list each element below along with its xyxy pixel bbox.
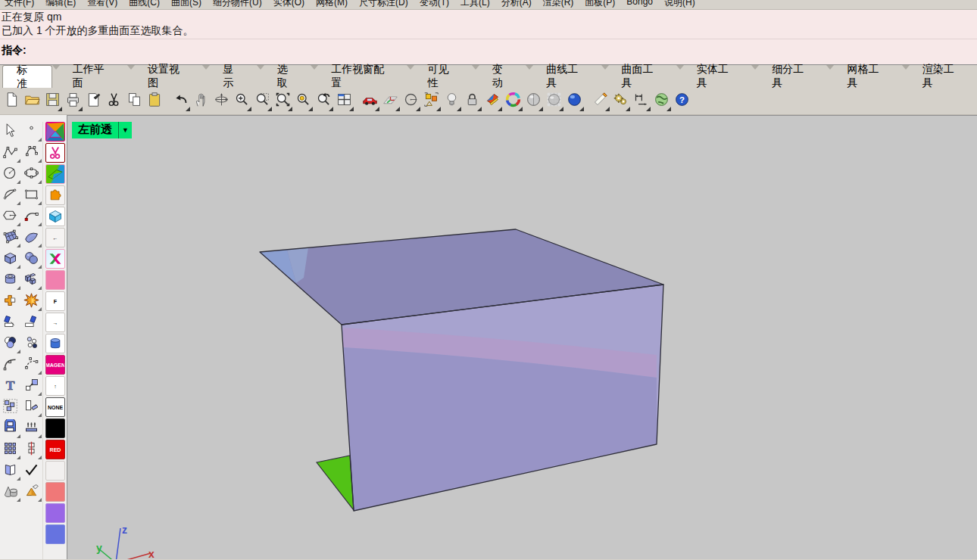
polygon-button[interactable] xyxy=(0,207,20,227)
menu-item[interactable]: 分析(A) xyxy=(501,0,532,9)
print-button[interactable] xyxy=(63,91,83,112)
control-point-curve-button[interactable] xyxy=(21,143,42,163)
array-solid-button[interactable] xyxy=(21,270,42,291)
spotlight-button[interactable] xyxy=(590,91,610,112)
help-button[interactable]: ? xyxy=(672,91,691,112)
new-file-button[interactable] xyxy=(2,91,21,112)
tab-可见性[interactable]: 可见性 xyxy=(414,65,471,88)
tab-变动[interactable]: 变动 xyxy=(479,65,526,88)
shaded-sphere-button[interactable] xyxy=(523,91,543,112)
array-button[interactable] xyxy=(21,397,42,418)
menu-item[interactable]: 网格(M) xyxy=(316,0,348,9)
layer-button[interactable] xyxy=(482,91,502,112)
cut-button[interactable] xyxy=(104,91,123,112)
explode-button[interactable] xyxy=(21,291,42,312)
tab-曲面工具[interactable]: 曲面工具 xyxy=(609,65,676,88)
split-pages-button[interactable] xyxy=(0,461,20,481)
zoom-dynamic-button[interactable] xyxy=(232,91,251,112)
point-button[interactable] xyxy=(21,122,42,142)
viewport-title-dropdown[interactable]: ▼ xyxy=(119,122,132,138)
grid-array-button[interactable] xyxy=(0,440,20,460)
menu-item[interactable]: 变动(T) xyxy=(420,0,449,9)
viewport-perspective[interactable]: 左前透 ▼ z y x xyxy=(67,115,977,559)
paste-button[interactable] xyxy=(145,91,164,112)
magenta-button[interactable]: MAGEN xyxy=(45,355,65,375)
arc-button[interactable] xyxy=(0,185,20,206)
save-button[interactable] xyxy=(42,91,62,112)
open-folder-button[interactable] xyxy=(22,91,42,112)
ghosted-sphere-button[interactable] xyxy=(544,91,563,112)
menu-item[interactable]: 实体(O) xyxy=(273,0,304,9)
solids-gray-button[interactable] xyxy=(0,482,20,502)
tab-曲线工具[interactable]: 曲线工具 xyxy=(533,65,601,88)
tab-工作视窗配置[interactable]: 工作视窗配置 xyxy=(318,65,407,88)
tab-standard[interactable]: 标准 xyxy=(2,65,52,88)
menu-item[interactable]: 说明(H) xyxy=(664,0,695,9)
group-button[interactable] xyxy=(0,397,20,418)
dimension-button[interactable] xyxy=(631,91,651,112)
rectangle-button[interactable] xyxy=(21,185,42,206)
menu-item[interactable]: 面板(P) xyxy=(585,0,615,9)
puzzle-union-button[interactable] xyxy=(0,291,20,312)
polyline-button[interactable] xyxy=(0,143,20,163)
surface-patch-button[interactable] xyxy=(21,228,42,248)
blue-purple-button[interactable] xyxy=(45,524,65,544)
tab-设置视图[interactable]: 设置视图 xyxy=(135,65,202,88)
scale-button[interactable] xyxy=(21,376,42,397)
rendered-sphere-button[interactable] xyxy=(564,91,584,112)
spheres-button[interactable] xyxy=(21,249,42,269)
paint-pyramid-button[interactable] xyxy=(21,482,42,502)
menu-item[interactable]: 工具(L) xyxy=(460,0,490,9)
text-button[interactable]: T xyxy=(0,376,20,397)
options-gears-button[interactable] xyxy=(610,91,630,112)
pan-button[interactable] xyxy=(191,91,211,112)
tab-实体工具[interactable]: 实体工具 xyxy=(684,65,751,88)
circle-center-button[interactable] xyxy=(401,91,420,112)
purple-button[interactable] xyxy=(45,503,65,523)
arrow-up-button[interactable]: ↑ xyxy=(45,376,65,396)
viewport-title[interactable]: 左前透 xyxy=(72,122,119,138)
zoom-extents-button[interactable] xyxy=(273,91,292,112)
fillet-curve-button[interactable] xyxy=(0,355,20,375)
cplane-button[interactable] xyxy=(380,91,400,112)
model-bottom-face[interactable] xyxy=(317,456,354,510)
tab-显示[interactable]: 显示 xyxy=(210,65,256,88)
tab-渲染工具[interactable]: 渲染工具 xyxy=(910,65,977,88)
pink-button[interactable] xyxy=(45,270,65,290)
viewport-layout-button[interactable] xyxy=(334,91,354,112)
tab-细分工具[interactable]: 细分工具 xyxy=(759,65,826,88)
color-adjust-button[interactable] xyxy=(0,334,20,354)
menu-item[interactable]: 编辑(E) xyxy=(45,0,76,9)
earth-button[interactable] xyxy=(651,91,671,112)
menu-item[interactable]: 渲染(R) xyxy=(543,0,574,9)
model-front-lower[interactable] xyxy=(343,347,657,510)
lock-button[interactable] xyxy=(462,91,482,112)
tab-网格工具[interactable]: 网格工具 xyxy=(834,65,901,88)
trim-button[interactable] xyxy=(0,313,20,333)
zoom-window-button[interactable] xyxy=(252,91,272,112)
center-align-button[interactable] xyxy=(21,440,42,460)
x-colored-button[interactable] xyxy=(45,249,65,269)
tab-工作平面[interactable]: 工作平面 xyxy=(60,65,127,88)
blend-curve-button[interactable] xyxy=(21,355,42,375)
split-button[interactable] xyxy=(21,313,42,333)
rhino-logo-button[interactable] xyxy=(45,122,65,142)
none-button[interactable]: NONE xyxy=(45,397,65,417)
export-notes-button[interactable] xyxy=(83,91,103,112)
dots-button[interactable] xyxy=(21,334,42,354)
menu-item[interactable]: 尺寸标注(D) xyxy=(359,0,408,9)
ellipse-button[interactable] xyxy=(21,164,42,185)
select-arrow-button[interactable] xyxy=(0,122,20,142)
black-button[interactable] xyxy=(45,418,65,438)
light-button[interactable] xyxy=(442,91,461,112)
puzzle-button[interactable] xyxy=(45,185,65,205)
cube-blue-button[interactable] xyxy=(45,207,65,226)
salmon-button[interactable] xyxy=(45,482,65,502)
undo-view-button[interactable] xyxy=(314,91,333,112)
drain-button[interactable] xyxy=(21,418,42,439)
surface-from-mesh-button[interactable] xyxy=(0,228,20,248)
command-prompt[interactable]: 指令: xyxy=(0,39,977,62)
copy-button[interactable] xyxy=(124,91,144,112)
red-button[interactable]: RED xyxy=(45,440,65,459)
zoom-selected-button[interactable] xyxy=(293,91,313,112)
